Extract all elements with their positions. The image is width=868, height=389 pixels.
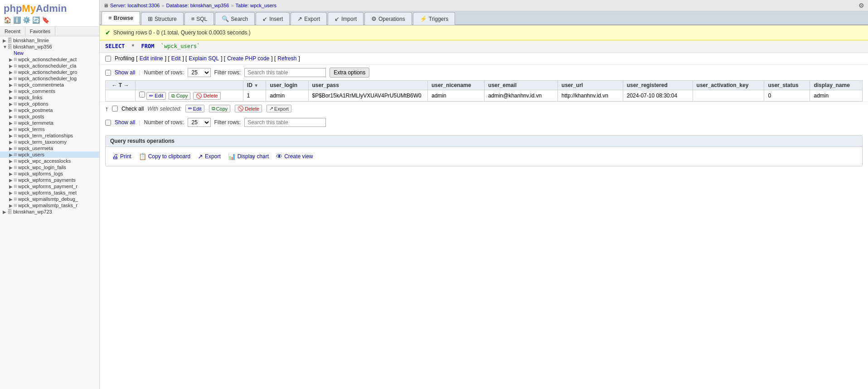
qro-create-view-button[interactable]: 👁 Create view xyxy=(276,151,313,161)
with-selected-export-button[interactable]: ↗ Export xyxy=(267,105,291,112)
tab-triggers[interactable]: ⚡ Triggers xyxy=(413,12,456,25)
sidebar-item-wpck-terms[interactable]: ▶ ⊞ wpck_terms xyxy=(0,126,99,132)
filter-rows-input[interactable] xyxy=(244,68,326,77)
sidebar-item-wpck-options[interactable]: ▶ ⊞ wpck_options xyxy=(0,101,99,107)
col-user-login[interactable]: user_login xyxy=(266,81,308,90)
sidebar-item-wpck-comments[interactable]: ▶ ⊞ wpck_comments xyxy=(0,88,99,94)
sidebar-item-wpck-termmeta[interactable]: ▶ ⊞ wpck_termmeta xyxy=(0,120,99,126)
sidebar-item-wpck-wpmailsmtp-debug[interactable]: ▶ ⊞ wpck_wpmailsmtp_debug_ xyxy=(0,196,99,202)
edit-link[interactable]: Edit xyxy=(171,55,181,62)
sidebar-item-wpck-wpforms-tasks-met[interactable]: ▶ ⊞ wpck_wpforms_tasks_met xyxy=(0,190,99,196)
sidebar-item-wpck-postmeta[interactable]: ▶ ⊞ wpck_postmeta xyxy=(0,107,99,113)
tab-operations[interactable]: ⚙ Operations xyxy=(364,12,412,25)
sidebar-item-wpck-wpc-accesslocks[interactable]: ▶ ⊞ wpck_wpc_accesslocks xyxy=(0,158,99,164)
show-all-button-bottom[interactable]: Show all xyxy=(115,119,135,126)
edit-row-button[interactable]: ✏ Edit xyxy=(146,92,166,100)
show-all-checkbox-bottom[interactable] xyxy=(105,120,111,126)
home-icon[interactable]: 🏠 xyxy=(4,16,11,24)
query-results-operations: Query results operations 🖨 Print 📋 Copy … xyxy=(105,135,863,166)
sidebar-item-wpck-users[interactable]: ▶ ⊞ wpck_users xyxy=(0,151,99,158)
tab-import[interactable]: ↙ Import xyxy=(328,12,364,25)
with-selected-delete-button[interactable]: 🚫 Delete xyxy=(235,105,262,112)
tab-export[interactable]: ↗ Export xyxy=(291,12,327,25)
col-display-name[interactable]: display_name xyxy=(810,81,863,90)
sidebar-item-wpck-wpmailsmtp-tasks[interactable]: ▶ ⊞ wpck_wpmailsmtp_tasks_r xyxy=(0,202,99,209)
with-selected-copy-button[interactable]: ⧉ Copy xyxy=(209,105,231,112)
extra-options-button[interactable]: Extra options xyxy=(330,68,369,78)
breadcrumb-database[interactable]: Database: bknskhan_wp356 xyxy=(166,3,229,8)
refresh-icon[interactable]: 🔄 xyxy=(32,16,40,24)
copy-row-button[interactable]: ⧉ Copy xyxy=(169,92,191,100)
sidebar-item-bknskhan-wp723[interactable]: ▶ 🗄 bknskhan_wp723 xyxy=(0,209,99,215)
tab-structure[interactable]: ⊞ Structure xyxy=(141,12,184,25)
bookmark-icon[interactable]: 🔖 xyxy=(42,16,49,24)
tab-insert[interactable]: ↙ Insert xyxy=(256,12,290,25)
expand-icon: ▶ xyxy=(3,38,7,43)
row-checkbox[interactable] xyxy=(139,92,145,97)
filter-rows-input-bottom[interactable] xyxy=(244,118,326,127)
delete-row-button[interactable]: 🚫 Delete xyxy=(193,92,221,100)
col-user-url[interactable]: user_url xyxy=(558,81,623,90)
sidebar-item-bknskhan-wp356[interactable]: ▼ 🗄 bknskhan_wp356 xyxy=(0,44,99,50)
qro-display-chart-button[interactable]: 📊 Display chart xyxy=(228,151,269,161)
show-all-checkbox[interactable] xyxy=(105,70,111,76)
breadcrumb-table[interactable]: Table: wpck_users xyxy=(236,3,277,8)
col-id[interactable]: ID ▼ xyxy=(243,81,266,90)
col-user-activation-key[interactable]: user_activation_key xyxy=(693,81,764,90)
breadcrumb-server[interactable]: Server: localhost:3306 xyxy=(110,3,160,8)
sidebar-item-wpck-actionscheduler-log[interactable]: ▶ ⊞ wpck_actionscheduler_log xyxy=(0,75,99,82)
sidebar-item-wpck-actionscheduler-act[interactable]: ▶ ⊞ wpck_actionscheduler_act xyxy=(0,56,99,63)
info-icon[interactable]: ℹ️ xyxy=(13,16,21,24)
nav-left-icon: ← xyxy=(112,82,117,88)
explain-sql-link[interactable]: Explain SQL xyxy=(189,55,219,62)
settings-icon[interactable]: ⚙️ xyxy=(23,16,30,24)
create-php-code-link[interactable]: Create PHP code xyxy=(227,55,269,62)
sidebar-item-wpck-posts[interactable]: ▶ ⊞ wpck_posts xyxy=(0,113,99,120)
col-user-registered[interactable]: user_registered xyxy=(623,81,693,90)
sidebar-item-wpck-wpforms-logs[interactable]: ▶ ⊞ wpck_wpforms_logs xyxy=(0,170,99,177)
check-all-checkbox[interactable] xyxy=(112,106,118,112)
sidebar-item-wpck-wpforms-payments[interactable]: ▶ ⊞ wpck_wpforms_payments xyxy=(0,177,99,183)
col-user-status[interactable]: user_status xyxy=(764,81,810,90)
row-user-email: admin@khanhnv.id.vn xyxy=(485,90,558,102)
table-name: wpck_actionscheduler_log xyxy=(18,76,77,81)
number-of-rows-select[interactable]: 25 50 100 xyxy=(188,68,211,77)
col-user-email[interactable]: user_email xyxy=(485,81,558,90)
refresh-link[interactable]: Refresh xyxy=(277,55,296,62)
tab-browse[interactable]: ≡ Browse xyxy=(102,11,140,25)
with-selected-edit-button[interactable]: ✏ Edit xyxy=(185,105,204,112)
tab-search-label: Search xyxy=(231,16,248,22)
sidebar-tab-recent[interactable]: Recent xyxy=(0,27,25,36)
sidebar-item-wpck-links[interactable]: ▶ ⊞ wpck_links xyxy=(0,94,99,101)
sidebar-item-wpck-term-relationships[interactable]: ▶ ⊞ wpck_term_relationships xyxy=(0,132,99,139)
tab-sql[interactable]: ≡ SQL xyxy=(184,12,214,25)
col-user-nicename[interactable]: user_nicename xyxy=(428,81,485,90)
profiling-sep5: ] [ xyxy=(271,55,276,62)
col-nav[interactable]: ← T → xyxy=(106,81,136,90)
table-name: wpck_comments xyxy=(18,88,55,94)
sidebar-item-wpck-actionscheduler-gro[interactable]: ▶ ⊞ wpck_actionscheduler_gro xyxy=(0,69,99,75)
table-name: wpck_wpforms_payments xyxy=(18,177,76,183)
qro-copy-clipboard-button[interactable]: 📋 Copy to clipboard xyxy=(139,151,190,161)
logo-php: php xyxy=(4,3,22,14)
col-user-pass[interactable]: user_pass xyxy=(308,81,428,90)
qro-print-button[interactable]: 🖨 Print xyxy=(112,151,131,161)
row-user-pass: $P$Bor15kA1RrMLIyVXUAV4PrU5UMtB6W0 xyxy=(308,90,428,102)
sidebar-item-wpck-wpforms-payment-r[interactable]: ▶ ⊞ wpck_wpforms_payment_r xyxy=(0,183,99,190)
sidebar-item-new[interactable]: New xyxy=(0,50,99,56)
sidebar-tab-favorites[interactable]: Favorites xyxy=(25,27,55,36)
show-all-button[interactable]: Show all xyxy=(115,69,135,76)
edit-inline-link[interactable]: Edit inline xyxy=(140,55,163,62)
profiling-checkbox[interactable] xyxy=(105,56,111,62)
gear-icon[interactable]: ⚙ xyxy=(858,2,864,9)
tab-search[interactable]: 🔍 Search xyxy=(215,12,255,25)
table-icons: ⊞ xyxy=(14,133,17,138)
sidebar-item-bknskhan-linnie[interactable]: ▶ 🗄 bknskhan_linnie xyxy=(0,37,99,44)
sidebar-item-wpck-wpc-login-fails[interactable]: ▶ ⊞ wpck_wpc_login_fails xyxy=(0,164,99,170)
number-of-rows-select-bottom[interactable]: 25 50 100 xyxy=(188,118,211,127)
sidebar-item-wpck-commentmeta[interactable]: ▶ ⊞ wpck_commentmeta xyxy=(0,82,99,88)
sidebar-item-wpck-usermeta[interactable]: ▶ ⊞ wpck_usermeta xyxy=(0,145,99,151)
qro-export-button[interactable]: ↗ Export xyxy=(198,151,221,161)
sidebar-item-wpck-term-taxonomy[interactable]: ▶ ⊞ wpck_term_taxonomy xyxy=(0,139,99,145)
sidebar-item-wpck-actionscheduler-cla[interactable]: ▶ ⊞ wpck_actionscheduler_cla xyxy=(0,63,99,69)
